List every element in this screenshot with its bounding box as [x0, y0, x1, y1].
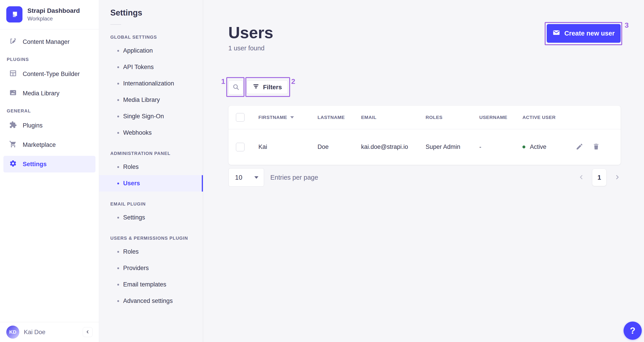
sidebar-item-plugins[interactable]: Plugins — [3, 117, 96, 134]
subnav-item-label: Internationalization — [123, 80, 174, 87]
subnav-item-providers[interactable]: Providers — [99, 260, 203, 276]
delete-user-button[interactable] — [592, 143, 600, 151]
sidebar-section-plugins: PLUGINS — [0, 57, 99, 62]
subnav-group-administration-panel: ADMINISTRATION PANEL — [99, 151, 203, 156]
subnav-title: Settings — [99, 8, 203, 18]
next-page-button[interactable] — [614, 174, 621, 181]
sidebar-item-label: Settings — [23, 161, 47, 168]
subnav-group-users-permissions: USERS & PERMISSIONS PLUGIN — [99, 236, 203, 241]
entries-per-page-label: Entries per page — [270, 174, 318, 181]
cell-username: - — [479, 143, 522, 150]
chevron-right-icon — [614, 174, 621, 181]
chevron-down-icon — [254, 176, 258, 179]
subnav-item-label: Advanced settings — [123, 297, 173, 304]
subnav-item-admin-users[interactable]: Users — [99, 175, 203, 192]
active-status-dot — [522, 145, 525, 148]
bullet-icon — [117, 251, 119, 253]
sidebar-item-label: Plugins — [23, 122, 43, 129]
create-new-user-label: Create new user — [564, 30, 614, 37]
column-header-firstname[interactable]: FIRSTNAME — [258, 115, 318, 120]
bullet-icon — [117, 217, 119, 219]
subnav-item-advanced-settings[interactable]: Advanced settings — [99, 293, 203, 309]
column-header-label: USERNAME — [479, 115, 508, 120]
column-header-email: EMAIL — [361, 115, 426, 120]
sidebar-item-label: Marketplace — [23, 141, 56, 148]
column-header-roles: ROLES — [426, 115, 479, 120]
filters-button[interactable]: Filters — [247, 80, 288, 94]
annotation-label-1: 1 — [218, 77, 225, 86]
workspace-name: Workplace — [28, 16, 80, 22]
column-header-lastname: LASTNAME — [318, 115, 361, 120]
bullet-icon — [117, 183, 119, 184]
bullet-icon — [117, 50, 119, 52]
cell-roles: Super Admin — [426, 143, 479, 150]
filters-label: Filters — [263, 84, 282, 91]
sidebar-section-general: GENERAL — [0, 108, 99, 114]
bullet-icon — [117, 132, 119, 134]
layout-grid-icon — [9, 70, 17, 79]
subnav-item-email-settings[interactable]: Settings — [99, 209, 203, 226]
previous-page-button[interactable] — [578, 174, 585, 181]
subnav-item-label: Providers — [123, 265, 149, 272]
subnav-item-api-tokens[interactable]: API Tokens — [99, 59, 203, 75]
column-header-label: ROLES — [426, 115, 442, 120]
bullet-icon — [117, 300, 119, 302]
subnav-item-internationalization[interactable]: Internationalization — [99, 75, 203, 92]
strapi-logo-icon — [6, 6, 22, 23]
subnav-item-label: API Tokens — [123, 64, 154, 71]
subnav-item-email-templates[interactable]: Email templates — [99, 276, 203, 293]
bullet-icon — [117, 99, 119, 101]
gear-icon — [9, 160, 17, 169]
status-badge: Active — [530, 143, 546, 150]
sidebar-footer: KD Kai Doe — [0, 322, 99, 342]
annotation-label-3: 3 — [625, 21, 629, 30]
entries-per-page-select[interactable]: 10 — [228, 168, 264, 187]
cell-active-user: Active — [522, 143, 572, 150]
annotation-label-2: 2 — [291, 77, 295, 86]
image-icon — [9, 89, 17, 98]
subnav-item-label: Users — [123, 180, 140, 187]
subnav-item-up-roles[interactable]: Roles — [99, 243, 203, 260]
bullet-icon — [117, 66, 119, 68]
column-header-label: LASTNAME — [318, 115, 345, 120]
select-all-checkbox[interactable] — [236, 113, 244, 122]
sidebar-item-marketplace[interactable]: Marketplace — [3, 137, 96, 153]
pen-icon — [9, 37, 17, 47]
search-icon — [232, 83, 240, 91]
bullet-icon — [117, 166, 119, 168]
user-avatar[interactable]: KD — [6, 325, 19, 339]
bullet-icon — [117, 267, 119, 269]
subnav-item-webhooks[interactable]: Webhooks — [99, 125, 203, 141]
subnav-item-media-library[interactable]: Media Library — [99, 92, 203, 108]
search-button[interactable] — [228, 80, 243, 94]
page-size-value: 10 — [235, 174, 242, 181]
sidebar-item-media-library[interactable]: Media Library — [3, 85, 96, 102]
main-content: Users 1 user found Create new user 3 1 — [203, 0, 644, 342]
edit-user-button[interactable] — [576, 143, 583, 151]
brand: Strapi Dashboard Workplace — [0, 0, 99, 29]
sidebar-nav: Content Manager PLUGINS Content-Type Bui… — [0, 30, 99, 175]
cell-firstname: Kai — [258, 143, 318, 150]
sidebar-item-label: Media Library — [23, 90, 60, 97]
subnav-item-label: Application — [123, 47, 153, 54]
user-count-text: 1 user found — [228, 45, 264, 52]
subnav-item-single-sign-on[interactable]: Single Sign-On — [99, 108, 203, 125]
sidebar-item-label: Content Manager — [23, 39, 70, 46]
subnav-item-application[interactable]: Application — [99, 43, 203, 59]
help-button[interactable]: ? — [624, 321, 642, 340]
sidebar-item-settings[interactable]: Settings — [3, 156, 96, 172]
row-checkbox[interactable] — [236, 143, 244, 151]
main-sidebar: Strapi Dashboard Workplace Content Manag… — [0, 0, 99, 342]
collapse-sidebar-button[interactable] — [83, 327, 92, 337]
create-new-user-button[interactable]: Create new user — [547, 24, 621, 43]
chevron-left-icon — [578, 174, 585, 181]
subnav-item-label: Roles — [123, 163, 139, 170]
sidebar-item-content-manager[interactable]: Content Manager — [3, 34, 96, 50]
subnav-item-label: Email templates — [123, 281, 166, 288]
sidebar-item-content-type-builder[interactable]: Content-Type Builder — [3, 66, 96, 82]
page-1-button[interactable]: 1 — [592, 169, 606, 186]
subnav-item-admin-roles[interactable]: Roles — [99, 159, 203, 175]
table-row: Kai Doe kai.doe@strapi.io Super Admin - … — [228, 129, 621, 165]
bullet-icon — [117, 116, 119, 117]
puzzle-icon — [9, 121, 17, 130]
